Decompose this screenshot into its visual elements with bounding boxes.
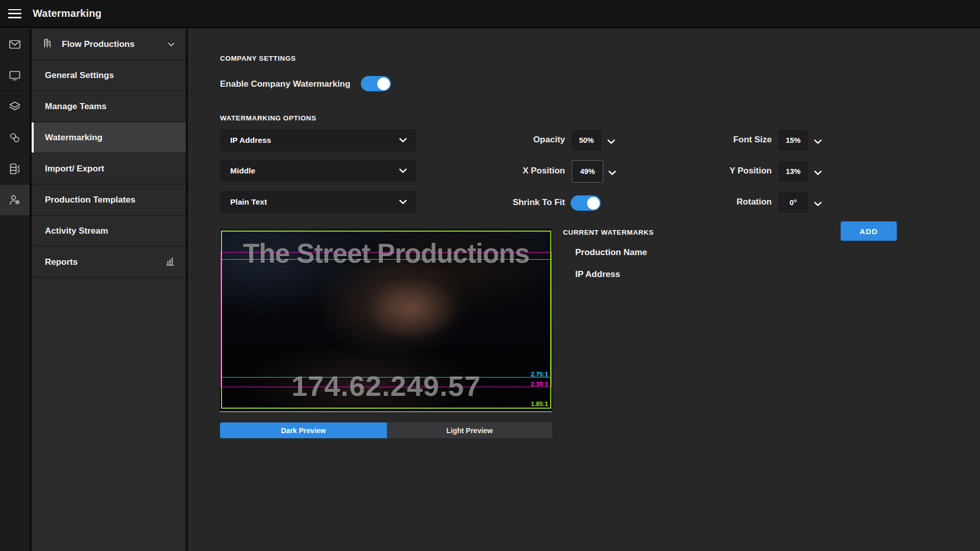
y-position-chevron-icon[interactable] xyxy=(814,168,822,178)
org-selector[interactable]: Flow Productions xyxy=(32,29,186,60)
aspect-label-2-39: 2.39:1 xyxy=(531,381,548,388)
watermarking-page: Watermarking xyxy=(0,0,980,551)
sidebar-item-activity-stream[interactable]: Activity Stream xyxy=(32,216,186,247)
opacity-label: Opacity xyxy=(463,135,565,145)
hamburger-menu-icon[interactable] xyxy=(8,9,21,18)
sidebar-item-import-export[interactable]: Import/ Export xyxy=(32,154,186,185)
rotation-value[interactable]: 0° xyxy=(777,191,809,214)
media-router-icon[interactable] xyxy=(0,154,30,185)
text-style-dropdown[interactable]: Plain Text xyxy=(220,191,416,213)
chevron-down-icon xyxy=(399,136,407,145)
y-position-label: Y Position xyxy=(670,166,772,176)
x-position-chevron-icon[interactable] xyxy=(608,168,616,178)
shrink-to-fit-label: Shrink To Fit xyxy=(463,197,565,208)
current-watermark-production-name[interactable]: Production Name xyxy=(575,247,647,258)
link-icon[interactable] xyxy=(0,122,30,154)
settings-sidebar: Flow Productions General Settings Manage… xyxy=(32,29,186,551)
chevron-down-icon xyxy=(399,197,407,207)
watermark-preview-image: The Street Productions 174.62.249.57 2.7… xyxy=(220,229,552,412)
shrink-to-fit-toggle[interactable] xyxy=(571,195,601,211)
current-watermark-ip-address[interactable]: IP Address xyxy=(575,269,620,280)
sidebar-item-manage-teams[interactable]: Manage Teams xyxy=(32,91,186,122)
layers-icon[interactable] xyxy=(0,91,30,122)
monitor-icon[interactable] xyxy=(0,60,30,91)
icon-rail xyxy=(0,29,30,551)
chevron-down-icon xyxy=(399,166,407,176)
sidebar-item-production-templates[interactable]: Production Templates xyxy=(32,185,186,216)
opacity-value[interactable]: 50% xyxy=(571,129,602,152)
y-position-value[interactable]: 13% xyxy=(777,160,809,183)
aspect-label-2-75: 2.75:1 xyxy=(531,371,548,378)
font-size-chevron-icon[interactable] xyxy=(814,137,822,146)
user-admin-icon[interactable] xyxy=(0,185,30,216)
rotation-label: Rotation xyxy=(670,197,772,207)
font-size-label: Font Size xyxy=(670,135,772,145)
aspect-label-1-85: 1.85:1 xyxy=(531,400,548,408)
sidebar-item-general-settings[interactable]: General Settings xyxy=(32,60,186,91)
font-size-value[interactable]: 15% xyxy=(777,129,809,152)
watermark-type-dropdown[interactable]: IP Address xyxy=(220,129,416,152)
x-position-label: X Position xyxy=(463,166,565,176)
bar-chart-icon xyxy=(165,256,176,268)
page-title: Watermarking xyxy=(33,8,102,19)
toggle-knob xyxy=(587,197,600,210)
dark-preview-button[interactable]: Dark Preview xyxy=(220,422,387,438)
top-bar: Watermarking xyxy=(0,0,980,28)
opacity-chevron-icon[interactable] xyxy=(607,137,615,146)
mail-icon[interactable] xyxy=(0,29,30,60)
rotation-chevron-icon[interactable] xyxy=(814,199,822,209)
light-preview-button[interactable]: Light Preview xyxy=(387,422,552,438)
aspect-guide-1-85 xyxy=(221,231,551,409)
toggle-knob xyxy=(377,78,390,90)
sidebar-item-reports[interactable]: Reports xyxy=(32,247,186,278)
sidebar-item-watermarking[interactable]: Watermarking xyxy=(32,122,186,154)
company-settings-heading: COMPANY SETTINGS xyxy=(220,55,296,62)
current-watermarks-heading: CURRENT WATERMARKS xyxy=(563,229,654,236)
aspect-guide-2-39 xyxy=(220,252,552,387)
watermark-ip-overlay: 174.62.249.57 xyxy=(220,369,552,403)
position-preset-dropdown[interactable]: Middle xyxy=(220,160,416,182)
chevron-down-icon xyxy=(168,40,175,49)
enable-watermarking-label: Enable Company Watermarking xyxy=(220,79,350,89)
add-watermark-button[interactable]: ADD xyxy=(841,221,897,241)
watermarking-options-heading: WATERMARKING OPTIONS xyxy=(220,114,316,122)
org-name: Flow Productions xyxy=(62,39,135,49)
x-position-value[interactable]: 49% xyxy=(572,160,603,183)
aspect-guide-2-75 xyxy=(220,259,552,378)
organization-icon xyxy=(42,38,53,51)
enable-watermarking-toggle[interactable] xyxy=(361,76,391,91)
watermark-text-overlay: The Street Productions xyxy=(220,238,552,269)
main-content: COMPANY SETTINGS Enable Company Watermar… xyxy=(188,29,980,551)
